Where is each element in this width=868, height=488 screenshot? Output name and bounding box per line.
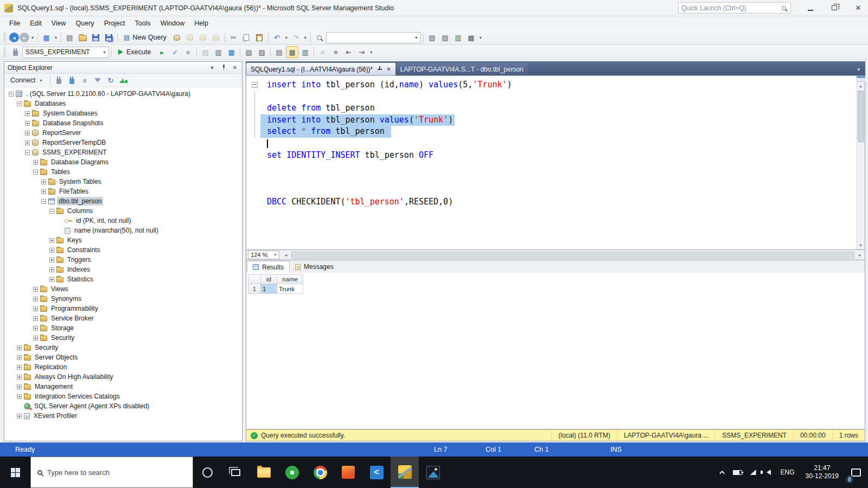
results-to-file-icon[interactable]: ▥: [299, 46, 311, 58]
green-app-icon[interactable]: [278, 457, 306, 488]
split-handle[interactable]: [857, 76, 865, 82]
tree-item[interactable]: +ReportServer: [7, 128, 242, 138]
document-tab[interactable]: SQLQuery1.sql - (l...AATVI4A\gaura (56))…: [246, 63, 395, 75]
undo-icon[interactable]: ↶: [271, 31, 283, 43]
query-options-icon[interactable]: ▥: [212, 46, 225, 58]
nav-history-caret[interactable]: ▾: [30, 35, 35, 40]
expand-box-icon[interactable]: +: [33, 316, 38, 321]
scroll-down-icon[interactable]: ▾: [857, 241, 865, 249]
collapse-box-icon[interactable]: −: [9, 92, 14, 97]
battery-icon[interactable]: [733, 470, 742, 475]
intellisense-icon[interactable]: ▦: [225, 46, 238, 58]
code-line[interactable]: [246, 91, 856, 103]
redo-icon[interactable]: ↷: [290, 31, 302, 43]
tree-item[interactable]: name (nvarchar(50), not null): [7, 226, 242, 235]
tray-expand-icon[interactable]: [719, 470, 725, 476]
toolbar-grip[interactable]: [3, 48, 6, 57]
menu-project[interactable]: Project: [99, 17, 130, 29]
code-line[interactable]: DBCC CHECKIDENT('tbl_person',RESEED,0): [246, 196, 856, 208]
available-databases-combo[interactable]: SSMS_EXPERIMENT▾: [22, 47, 109, 58]
editor-code[interactable]: −insert into tbl_person (id,name) values…: [246, 76, 856, 249]
filter-icon[interactable]: [92, 74, 104, 86]
tree-item[interactable]: +XEvent Profiler: [7, 411, 242, 421]
menu-view[interactable]: View: [47, 17, 71, 29]
tree-item[interactable]: −. (SQL Server 11.0.2100.60 - LAPTOP-GAA…: [7, 89, 242, 99]
task-view-icon[interactable]: [221, 457, 250, 488]
collapse-box-icon[interactable]: −: [25, 150, 30, 155]
expand-box-icon[interactable]: +: [41, 179, 46, 184]
quick-launch-input[interactable]: Quick Launch (Ctrl+Q): [678, 2, 791, 14]
new-query-flyout-icon[interactable]: ▦: [40, 31, 53, 43]
tree-item[interactable]: +ReportServerTempDB: [7, 138, 242, 147]
code-line[interactable]: [246, 161, 856, 173]
tree-item[interactable]: +Triggers: [7, 255, 242, 265]
collapse-box-icon[interactable]: −: [49, 209, 54, 214]
tree-item[interactable]: +Integration Services Catalogs: [7, 391, 242, 401]
expand-box-icon[interactable]: +: [17, 365, 22, 370]
dmx-query-icon[interactable]: [197, 31, 209, 43]
indent-increase-icon[interactable]: ⇥: [355, 46, 368, 58]
ssms-icon[interactable]: [391, 457, 419, 488]
menu-window[interactable]: Window: [156, 17, 189, 29]
row-header[interactable]: 1: [248, 284, 261, 294]
fold-toggle-icon[interactable]: −: [252, 82, 258, 88]
collapse-box-icon[interactable]: −: [33, 170, 38, 175]
tree-item[interactable]: +Synonyms: [7, 294, 242, 304]
volume-icon[interactable]: [767, 470, 771, 475]
menu-help[interactable]: Help: [189, 17, 213, 29]
template-explorer-icon[interactable]: ▩: [465, 31, 477, 43]
window-position-caret-icon[interactable]: ▾: [208, 65, 216, 70]
column-header[interactable]: name: [277, 274, 303, 284]
horizontal-scroll-thumb[interactable]: [291, 252, 854, 259]
copy-icon[interactable]: [240, 31, 253, 43]
parse-icon[interactable]: ✓: [169, 46, 181, 58]
object-explorer-toggle-icon[interactable]: ▥: [452, 31, 464, 43]
expand-box-icon[interactable]: +: [25, 121, 30, 126]
collapse-box-icon[interactable]: −: [17, 101, 22, 106]
expand-box-icon[interactable]: +: [49, 258, 54, 262]
document-tab[interactable]: LAPTOP-GAATVI4A.S...T - dbo.tbl_person: [396, 63, 528, 75]
connect-button[interactable]: Connect▾: [7, 75, 48, 85]
nav-forward-icon[interactable]: ▸: [20, 33, 29, 42]
redo-history-caret[interactable]: ▾: [303, 35, 308, 40]
code-line[interactable]: select * from tbl_person: [246, 126, 856, 138]
tree-item[interactable]: +Programmability: [7, 304, 242, 313]
solution-explorer-icon[interactable]: ▧: [426, 31, 438, 43]
results-tab-messages[interactable]: Messages: [290, 261, 339, 273]
tree-item[interactable]: +Constraints: [7, 245, 242, 255]
pin-icon[interactable]: [378, 66, 382, 72]
results-to-grid-icon[interactable]: ▦: [286, 46, 298, 58]
taskbar-search-input[interactable]: Type here to search: [30, 457, 193, 488]
results-tab-results[interactable]: Results: [247, 261, 290, 273]
menu-query[interactable]: Query: [71, 17, 99, 29]
tree-item[interactable]: +Database Diagrams: [7, 157, 242, 167]
expand-box-icon[interactable]: +: [49, 248, 54, 253]
tree-item[interactable]: +Security: [7, 343, 242, 352]
document-list-caret-icon[interactable]: ▾: [854, 67, 863, 72]
actual-plan-icon[interactable]: ▧: [242, 46, 255, 58]
zoom-select[interactable]: 124 % ▾: [248, 251, 279, 259]
minimize-button[interactable]: [801, 0, 820, 16]
tree-item[interactable]: +Views: [7, 284, 242, 294]
vertical-scroll-thumb[interactable]: [858, 91, 864, 142]
tree-item[interactable]: −Databases: [7, 99, 242, 108]
editor-vertical-scrollbar[interactable]: ▴ ▾: [856, 76, 865, 249]
expand-box-icon[interactable]: +: [25, 131, 30, 136]
menu-edit[interactable]: Edit: [25, 17, 47, 29]
expand-box-icon[interactable]: +: [25, 140, 30, 145]
disconnect-icon[interactable]: [53, 74, 65, 86]
sql-editor[interactable]: −insert into tbl_person (id,name) values…: [246, 75, 865, 250]
expand-box-icon[interactable]: +: [33, 287, 38, 292]
expand-box-icon[interactable]: +: [17, 355, 22, 360]
expand-box-icon[interactable]: +: [17, 384, 22, 389]
stop-icon[interactable]: ■: [79, 74, 91, 86]
cut-icon[interactable]: ✂: [227, 31, 240, 43]
cancel-query-icon[interactable]: ■: [182, 46, 194, 58]
chrome-icon[interactable]: [306, 457, 334, 488]
network-icon[interactable]: [750, 470, 756, 475]
tree-item[interactable]: +Database Snapshots: [7, 118, 242, 128]
uncomment-icon[interactable]: ≡: [329, 46, 342, 58]
paste-icon[interactable]: [253, 31, 266, 43]
results-to-text-icon[interactable]: ▤: [273, 46, 285, 58]
activity-monitor-icon[interactable]: [118, 74, 130, 86]
